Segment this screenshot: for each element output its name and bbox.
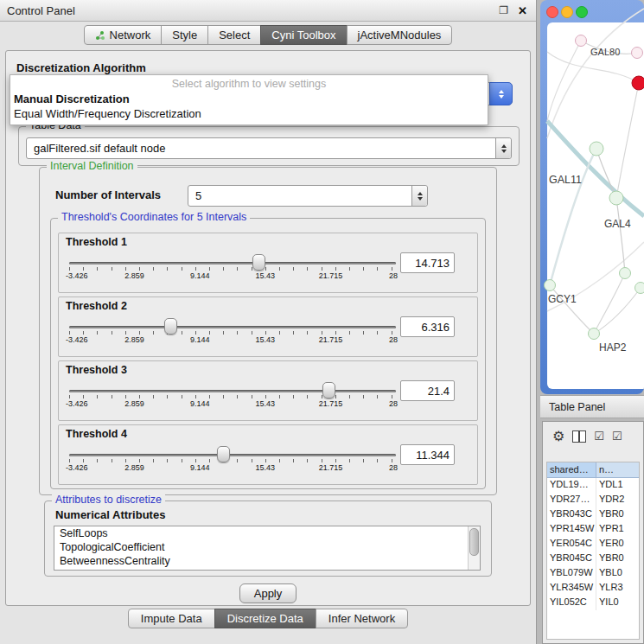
threshold-value-input[interactable] (400, 444, 455, 465)
threshold-panel-3: Threshold 3 -3.426 2.859 9.144 15.43 21.… (58, 360, 478, 421)
threshold-slider[interactable]: -3.426 2.859 9.144 15.43 21.715 28 (67, 379, 398, 417)
bottom-tabs: Impute Data Discretize Data Infer Networ… (0, 609, 536, 628)
slider-thumb[interactable] (252, 254, 265, 271)
scale-label: -3.426 (66, 399, 88, 408)
threshold-value-input[interactable] (400, 380, 455, 401)
tab-label: Network (110, 29, 151, 41)
column-header-shared-name[interactable]: shared… (547, 462, 596, 478)
table-toolbar: ⚙ ☑ ☑ (543, 422, 643, 451)
network-node[interactable] (545, 280, 556, 291)
cell: YBR045C (547, 552, 596, 566)
checkbox-on-icon[interactable]: ☑ (612, 430, 622, 443)
tab-jactivemnodules[interactable]: jActiveMNodules (347, 25, 453, 45)
tab-impute-data[interactable]: Impute Data (128, 609, 215, 628)
slider-thumb[interactable] (322, 382, 335, 399)
network-node[interactable] (589, 328, 600, 340)
scale-label: 21.715 (319, 271, 343, 280)
cell: YBR0 (596, 507, 639, 522)
network-node[interactable] (609, 191, 623, 205)
float-window-icon[interactable]: ❐ (499, 4, 508, 16)
tab-select[interactable]: Select (207, 25, 261, 45)
slider-scale: -3.426 2.859 9.144 15.43 21.715 28 (69, 463, 396, 474)
tab-cyni-toolbox[interactable]: Cyni Toolbox (260, 25, 347, 45)
scale-label: -3.426 (66, 335, 88, 344)
network-node-selected[interactable] (632, 76, 644, 90)
combo-stepper-icon[interactable] (411, 186, 427, 206)
combo-popup-arrows-icon[interactable] (489, 82, 513, 105)
network-node[interactable] (620, 268, 631, 279)
algorithm-option-equal-width-frequency[interactable]: Equal Width/Frequency Discretization (10, 106, 488, 121)
algorithm-option-manual-discretization[interactable]: Manual Discretization (10, 92, 488, 106)
slider-track (69, 454, 396, 456)
table-panel-titlebar[interactable]: Table Panel (540, 395, 644, 418)
slider-thumb[interactable] (164, 318, 177, 335)
threshold-value-input[interactable] (400, 316, 455, 337)
slider-thumb[interactable] (217, 446, 230, 462)
algorithm-placeholder-text: Select algorithm to view settings (10, 77, 488, 92)
numerical-attributes-label: Numerical Attributes (55, 508, 165, 521)
tab-network[interactable]: Network (84, 25, 163, 45)
table-row[interactable]: YDR27… YDR2 (547, 493, 639, 507)
table-row[interactable]: YIL052C YIL0 (547, 596, 639, 610)
threshold-slider[interactable]: -3.426 2.859 9.144 15.43 21.715 28 (67, 315, 398, 353)
combo-stepper-icon[interactable] (495, 138, 511, 158)
table-row[interactable]: YBR043C YBR0 (547, 507, 639, 522)
gear-icon[interactable]: ⚙ (552, 430, 564, 443)
list-scrollbar[interactable] (468, 526, 480, 570)
table-row[interactable]: YLR345W YLR3 (547, 581, 639, 596)
table-row[interactable]: YBL079W YBL0 (547, 566, 639, 581)
tab-label: Select (219, 29, 250, 41)
network-node[interactable] (632, 48, 643, 59)
scrollbar-thumb[interactable] (469, 528, 479, 556)
tab-style[interactable]: Style (161, 25, 208, 45)
scale-label: 2.859 (124, 463, 144, 472)
cell: YDR2 (596, 493, 639, 507)
checkbox-on-icon[interactable]: ☑ (594, 430, 604, 443)
network-node[interactable] (576, 35, 587, 47)
network-node-label: GAL80 (590, 47, 620, 57)
network-node[interactable] (635, 283, 644, 294)
cell: YBL079W (547, 566, 596, 581)
table-row[interactable]: YER054C YER0 (547, 537, 639, 552)
table-row[interactable]: YPR145W YPR1 (547, 522, 639, 537)
tab-label: Style (172, 29, 197, 41)
number-of-intervals-select[interactable]: 5 (188, 185, 428, 207)
cell: YDL1 (596, 478, 639, 493)
threshold-slider[interactable]: -3.426 2.859 9.144 15.43 21.715 28 (67, 443, 398, 481)
list-item[interactable]: BetweennessCentrality (54, 554, 480, 568)
table-row[interactable]: YBR045C YBR0 (547, 552, 639, 566)
slider-ticks (69, 395, 396, 399)
cell: YIL0 (596, 596, 639, 610)
thresholds-group-title: Threshold's Coordinates for 5 Intervals (58, 211, 250, 223)
thresholds-group: Threshold's Coordinates for 5 Intervals … (50, 218, 486, 489)
table-row[interactable]: YDL19… YDL1 (547, 478, 639, 493)
scale-label: 9.144 (190, 463, 210, 472)
threshold-value-input[interactable] (400, 252, 455, 273)
control-panel-titlebar[interactable]: Control Panel ❐ ✕ (0, 0, 536, 22)
cell: YBL0 (596, 566, 639, 581)
apply-button[interactable]: Apply (239, 583, 296, 603)
column-header-name[interactable]: n… (596, 462, 639, 478)
list-item[interactable]: SelfLoops (54, 526, 480, 540)
threshold-label: Threshold 3 (66, 364, 127, 376)
tab-infer-network[interactable]: Infer Network (316, 609, 408, 628)
table-header-row: shared… n… (547, 462, 639, 478)
network-node[interactable] (590, 142, 603, 156)
cell: YIL052C (547, 596, 596, 610)
scale-label: 2.859 (124, 335, 144, 344)
scale-label: 28 (389, 463, 398, 472)
list-item[interactable]: TopologicalCoefficient (54, 540, 480, 554)
network-canvas[interactable]: GAL80 GAL11 GAL4 GCY1 HAP2 (540, 0, 644, 394)
zoom-traffic-light-icon[interactable] (577, 7, 588, 18)
minimize-traffic-light-icon[interactable] (562, 7, 573, 18)
slider-scale: -3.426 2.859 9.144 15.43 21.715 28 (69, 335, 396, 346)
table-data-select[interactable]: galFiltered.sif default node (26, 137, 512, 159)
scale-label: 28 (389, 399, 398, 408)
scale-label: 9.144 (190, 399, 210, 408)
columns-icon[interactable] (572, 430, 586, 443)
tab-discretize-data[interactable]: Discretize Data (214, 609, 316, 628)
threshold-slider[interactable]: -3.426 2.859 9.144 15.43 21.715 28 (67, 251, 398, 289)
close-window-icon[interactable]: ✕ (518, 4, 527, 17)
slider-ticks (69, 331, 396, 335)
close-traffic-light-icon[interactable] (547, 7, 558, 18)
